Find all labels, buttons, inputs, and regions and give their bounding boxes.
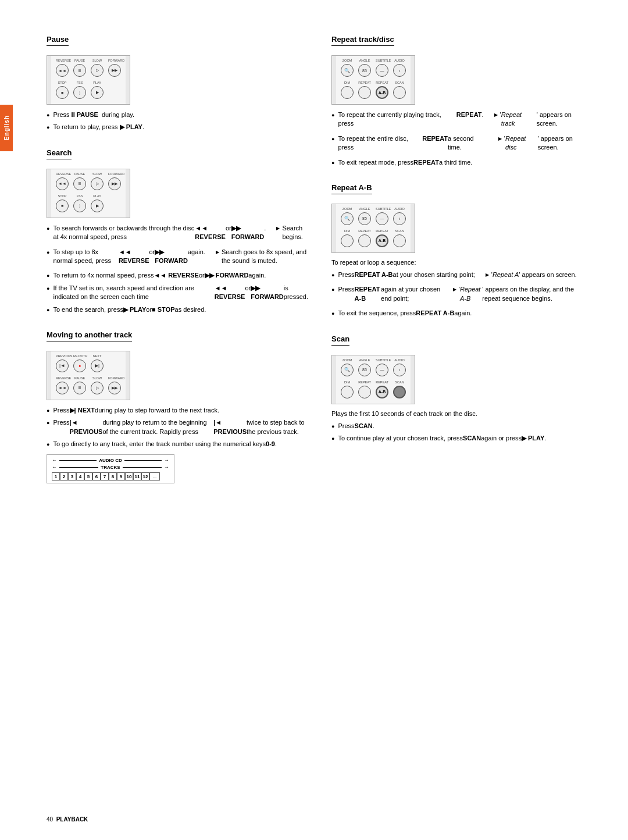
- track-8: 8: [109, 472, 117, 480]
- moving-bullet-1: Press ▶| NEXT during play to step forwar…: [47, 406, 308, 415]
- btn-pause: II: [73, 64, 86, 77]
- left-column: Pause REVERSE PAUSE SLOW FORWARD: [47, 35, 308, 805]
- track-label-audiocd: AUDIO CD: [99, 458, 122, 463]
- scan-intro: Plays the first 10 seconds of each track…: [331, 410, 593, 417]
- rab-remote-grid: ZOOM ANGLE SUBTITLE AUDIO 🔍 85 — ♪: [341, 207, 406, 250]
- rab-labels-bot: DIM REPEAT REPEAT SCAN: [341, 229, 406, 233]
- track-7: 7: [101, 472, 109, 480]
- repeat-ab-title: Repeat A-B: [331, 183, 372, 194]
- slabel-reverse: REVERSE: [56, 172, 69, 176]
- sbtn-forward: ▶▶: [108, 177, 121, 190]
- rab-btns-bot: A-B: [341, 234, 406, 247]
- btn-slow: ▷: [91, 64, 104, 77]
- moving-remote-inner: PREVIOUS REC/DTR NEXT |◄ ● ▶| REVERSE: [51, 351, 126, 400]
- rt-bullet-3: To exit repeat mode, press REPEAT a thir…: [331, 158, 593, 167]
- btn-stop: ■: [56, 86, 69, 99]
- language-tab: English: [0, 105, 13, 151]
- scanbtn-repeat-ab: A-B: [376, 386, 388, 398]
- rabbtn-scan: [393, 234, 406, 247]
- search-btns-bot: ■ ⟩ ▶: [56, 200, 121, 212]
- scanbtn-scan: [393, 386, 406, 398]
- search-sub-2: Search goes to 8x speed, and the sound i…: [216, 248, 308, 266]
- slabel-play: PLAY: [91, 194, 104, 198]
- moving-title: Moving to another track: [47, 330, 132, 341]
- track-6: 6: [92, 472, 101, 480]
- moving-remote: PREVIOUS REC/DTR NEXT |◄ ● ▶| REVERSE: [47, 351, 163, 400]
- label-play: PLAY: [91, 81, 104, 84]
- track-row-tracks: ← TRACKS →: [52, 464, 169, 470]
- slabel-stop: STOP: [56, 194, 69, 198]
- rtbtn-subtitle: —: [376, 64, 388, 77]
- label-fss: FSS: [73, 81, 86, 84]
- sbtn-stop: ■: [56, 200, 69, 212]
- scanlbl-scan: SCAN: [393, 380, 406, 384]
- rabbtn-repeat: [358, 234, 371, 247]
- scanbtn-zoom: 🔍: [341, 364, 354, 376]
- rablbl-angle: ANGLE: [358, 207, 371, 211]
- search-btns-top: ◄◄ II ▷ ▶▶: [56, 177, 121, 190]
- scan-bullet-1: Press SCAN.: [331, 422, 593, 430]
- search-remote-grid: REVERSE PAUSE SLOW FORWARD ◄◄ II ▷ ▶▶: [56, 172, 121, 215]
- track-11: 11: [133, 472, 141, 480]
- repeat-ab-remote: ZOOM ANGLE SUBTITLE AUDIO 🔍 85 — ♪: [331, 204, 454, 253]
- scan-remote: ZOOM ANGLE SUBTITLE AUDIO 🔍 85 — ♪: [331, 355, 454, 404]
- rab-remote-inner: ZOOM ANGLE SUBTITLE AUDIO 🔍 85 — ♪: [336, 204, 411, 253]
- moving-remote-left: [47, 351, 51, 400]
- moving-labels-bot: REVERSE PAUSE SLOW FORWARD: [56, 376, 121, 380]
- scan-bullet-2: To continue play at your chosen track, p…: [331, 434, 593, 443]
- track-1: 1: [52, 472, 60, 480]
- rablbl-subtitle: SUBTITLE: [376, 207, 388, 211]
- remote-inner: REVERSE PAUSE SLOW FORWARD ◄◄ II ▷ ▶▶: [51, 55, 126, 105]
- search-bullet-4: If the TV set is on, search speed and di…: [47, 284, 308, 302]
- language-label: English: [3, 115, 10, 140]
- rabbtn-repeat-ab: A-B: [376, 234, 388, 247]
- arrow-left-2: ←: [52, 464, 57, 470]
- pause-bullet-2: To return to play, press ▶ PLAY.: [47, 123, 308, 131]
- rtbtn-scan: [393, 86, 406, 99]
- sbtn-pause: II: [73, 177, 86, 190]
- search-section: Search REVERSE PAUSE SLOW FORWARD: [47, 148, 308, 314]
- scanlbl-dim: DIM: [341, 380, 354, 384]
- remote-labels-top: REVERSE PAUSE SLOW FORWARD: [56, 59, 121, 62]
- remote-grid: REVERSE PAUSE SLOW FORWARD ◄◄ II ▷ ▶▶: [56, 59, 121, 101]
- track-12: 12: [141, 472, 149, 480]
- rabbtn-dim: [341, 234, 354, 247]
- rt-bullet-1: To repeat the currently playing track, p…: [331, 111, 593, 131]
- btn-forward: ▶▶: [108, 64, 121, 77]
- rtlbl-dim: DIM: [341, 81, 354, 84]
- search-remote-labels-top: REVERSE PAUSE SLOW FORWARD: [56, 172, 121, 176]
- track-4: 4: [76, 472, 84, 480]
- moving-section: Moving to another track PREVIOUS REC/DTR…: [47, 330, 308, 484]
- search-bullet-3: To return to 4x normal speed, press ◄◄ R…: [47, 271, 308, 280]
- track-more: ...: [149, 472, 160, 480]
- pause-btns-top: ◄◄ II ▷ ▶▶: [56, 64, 121, 77]
- rtlbl-angle: ANGLE: [358, 59, 371, 62]
- rablbl-dim: DIM: [341, 229, 354, 233]
- rt-remote-inner: ZOOM ANGLE SUBTITLE AUDIO 🔍 85 — ♪: [336, 55, 411, 105]
- btn-fss: ⟩: [73, 86, 86, 99]
- rab-remote-right: [411, 204, 415, 253]
- scan-bullets: Press SCAN. To continue play at your cho…: [331, 422, 593, 443]
- rt-remote-grid: ZOOM ANGLE SUBTITLE AUDIO 🔍 85 — ♪: [341, 59, 406, 101]
- pause-bullet-1: Press II PAUSE during play.: [47, 111, 308, 119]
- label-slow: SLOW: [91, 59, 104, 62]
- track-3: 3: [68, 472, 76, 480]
- pause-title: Pause: [47, 35, 69, 46]
- search-bullets: To search forwards or backwards through …: [47, 224, 308, 314]
- search-sub-1: Search begins.: [276, 224, 308, 242]
- rtbtn-audio: ♪: [393, 64, 406, 77]
- rtlbl-subtitle: SUBTITLE: [376, 59, 388, 62]
- rtbtn-repeat-ab: A-B: [376, 86, 388, 99]
- scanbtn-dim: [341, 386, 354, 398]
- rt-remote-left: [331, 55, 336, 105]
- track-2: 2: [60, 472, 68, 480]
- scan-remote-right: [411, 355, 415, 404]
- repeat-ab-intro: To repeat or loop a sequence:: [331, 259, 593, 266]
- arrow-left-1: ←: [52, 457, 57, 463]
- label-stop: STOP: [56, 81, 69, 84]
- track-line-4: [123, 467, 162, 468]
- mbtn-previous: |◄: [56, 360, 69, 372]
- search-bullet-5: To end the search, press ▶ PLAYor ■ STOP…: [47, 305, 308, 314]
- rt-sub-1: 'Repeat track' appears on screen.: [494, 111, 593, 129]
- scanlbl-subtitle: SUBTITLE: [376, 358, 388, 362]
